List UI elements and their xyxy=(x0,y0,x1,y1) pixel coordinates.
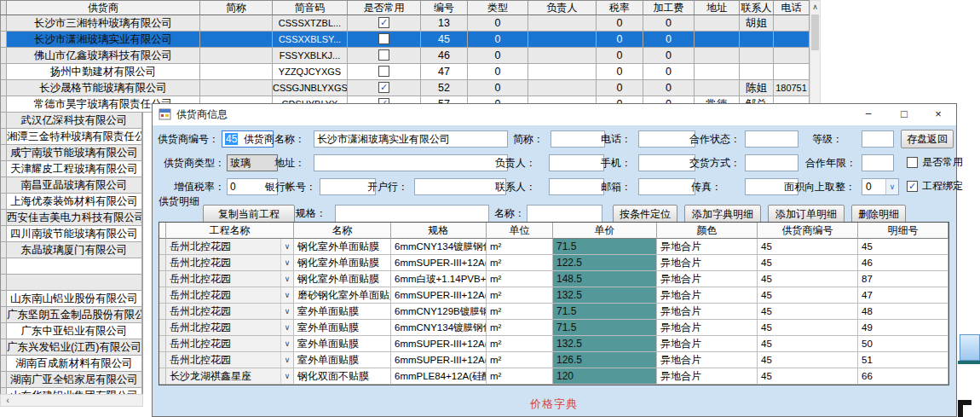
chevron-down-icon[interactable]: ∨ xyxy=(280,352,293,368)
col-header-color[interactable]: 颜色 xyxy=(657,223,758,239)
common-checkbox[interactable]: ✓ xyxy=(378,17,389,28)
col-header-abbr[interactable]: 简称 xyxy=(200,0,273,15)
supplier-list-row[interactable]: 广东中亚铝业有限公司 xyxy=(0,323,142,339)
supplier-list-row[interactable]: 西安佳吉美电力科技有限公司 xyxy=(0,210,142,226)
coop-status-input[interactable] xyxy=(745,130,798,148)
detail-row[interactable]: 岳州北控花园 ∨ 钢化室外单面贴膜 6mmSUPER-III+12A(硅... … xyxy=(159,255,948,271)
col-header-unit[interactable]: 单位 xyxy=(487,223,553,239)
common-checkbox[interactable] xyxy=(378,49,389,61)
detail-row[interactable]: 岳州北控花园 ∨ 磨砂钢化室外单面贴膜 6mmSUPER-III+12A(硅..… xyxy=(159,287,948,304)
project-combobox[interactable]: 岳州北控花园 ∨ xyxy=(166,287,294,304)
common-checkbox[interactable] xyxy=(378,33,389,44)
project-combobox[interactable]: 岳州北控花园 ∨ xyxy=(166,239,294,255)
supplier-name-input[interactable]: 长沙市潇湘玻璃实业有限公司 xyxy=(314,130,508,148)
save-return-button[interactable]: 存盘返回 xyxy=(901,130,954,148)
detail-row[interactable]: 岳州北控花园 ∨ 室外单面贴膜 6mmSUPER-III+12A(硅... m²… xyxy=(159,336,948,352)
chevron-down-icon[interactable]: ∨ xyxy=(280,304,293,319)
col-header-pinyin[interactable]: 简音码 xyxy=(273,0,348,15)
scrollbar-thumb[interactable] xyxy=(811,14,819,50)
chevron-down-icon[interactable]: ∨ xyxy=(885,179,898,194)
supplier-list-row[interactable]: 四川南玻节能玻璃有限公司 xyxy=(0,226,142,242)
col-header-id[interactable]: 编号 xyxy=(421,0,468,15)
supplier-list-row[interactable]: 湘潭三金特种玻璃有限责任公司 xyxy=(0,129,142,145)
supplier-row[interactable]: 扬州中勤建材有限公司 YZZQJCYXGS 47 0 0 0 xyxy=(0,64,810,80)
supplier-list-row[interactable]: 湖南广亚全铝家居有限公司 xyxy=(0,372,142,388)
detail-row[interactable]: 岳州北控花园 ∨ 室外单面贴膜 6mmCNY134镀膜钢化 m² 71.5 异地… xyxy=(159,320,948,336)
dialog-titlebar[interactable]: 供货商信息 – □ × xyxy=(153,104,956,125)
detail-row[interactable]: 岳州北控花园 ∨ 钢化室外单面贴膜 6mmCNY134镀膜钢化 m² 71.5 … xyxy=(159,239,948,255)
common-checkbox[interactable]: ✓ xyxy=(378,82,389,93)
chevron-down-icon[interactable]: ∨ xyxy=(280,336,293,351)
detail-row[interactable]: 岳州北控花园 ∨ 室外单面贴膜 6mmCNY129B镀膜钢化 m² 71.5 异… xyxy=(159,304,948,320)
add-order-detail-button[interactable]: 添加订单明细 xyxy=(768,205,845,223)
chevron-down-icon[interactable]: ∨ xyxy=(280,320,293,335)
col-header-price[interactable]: 单价 xyxy=(553,223,657,239)
col-header-phone[interactable]: 电话 xyxy=(774,0,810,15)
supplier-list-row[interactable] xyxy=(0,258,142,275)
supplier-list-row[interactable]: 广东坚朗五金制品股份有限公司 xyxy=(0,307,142,323)
supplier-list-row[interactable]: 武汉亿深科技有限公司 xyxy=(0,113,142,129)
delete-detail-button[interactable]: 删除明细 xyxy=(851,205,906,223)
supplier-list-row[interactable]: 湖南百成新材料有限公司 xyxy=(0,356,142,372)
common-checkbox[interactable] xyxy=(378,66,389,77)
project-bind-checkbox[interactable]: ✓ xyxy=(907,181,918,192)
supplier-list-row[interactable]: 咸宁南玻节能玻璃有限公司 xyxy=(0,145,142,161)
col-header-common[interactable]: 是否常用 xyxy=(348,0,421,15)
col-header-tax[interactable]: 税率 xyxy=(597,0,643,15)
spec-filter-input[interactable] xyxy=(335,205,489,223)
supplier-list-row[interactable] xyxy=(0,275,142,291)
project-combobox[interactable]: 岳州北控花园 ∨ xyxy=(166,255,294,271)
address-input[interactable] xyxy=(314,154,508,171)
col-header-supplier[interactable]: 供货商 xyxy=(7,0,200,15)
chevron-down-icon[interactable]: ∨ xyxy=(280,271,293,287)
minimize-icon[interactable]: – xyxy=(854,104,883,125)
supplier-list-row[interactable]: 东晶玻璃厦门有限公司 xyxy=(0,242,142,258)
project-combobox[interactable]: 岳州北控花园 ∨ xyxy=(166,336,294,352)
scroll-left-icon[interactable]: ‹ xyxy=(1,395,14,406)
add-dict-detail-button[interactable]: 添加字典明细 xyxy=(684,205,761,223)
col-header-contact[interactable]: 联系人 xyxy=(740,0,774,15)
col-header-spec[interactable]: 规格 xyxy=(391,223,487,239)
chevron-down-icon[interactable]: ∨ xyxy=(280,368,293,384)
col-header-fee[interactable]: 加工费 xyxy=(643,0,695,15)
project-combobox[interactable]: 岳州北控花园 ∨ xyxy=(166,320,294,336)
supplier-row[interactable]: 佛山市亿鑫玻璃科技有限公司 FSSYXBLKJ... 46 0 0 0 xyxy=(0,48,810,64)
supplier-list-row[interactable]: 南昌亚晶玻璃有限公司 xyxy=(0,177,142,194)
delivery-method-input[interactable] xyxy=(745,154,798,171)
col-header-project[interactable]: 工程名称 xyxy=(166,223,294,239)
is-common-checkbox[interactable] xyxy=(907,157,918,168)
col-header-manager[interactable]: 负责人 xyxy=(528,0,597,15)
chevron-down-icon[interactable]: ∨ xyxy=(280,287,293,303)
grid-vertical-scrollbar[interactable]: ∧ xyxy=(810,0,821,113)
supplier-row[interactable]: 长沙市三湘特种玻璃有限公司 CSSSXTZBL... ✓ 13 0 0 0 胡姐 xyxy=(0,15,810,32)
coop-years-input[interactable] xyxy=(862,154,894,171)
grade-input[interactable] xyxy=(862,130,894,148)
col-header-detail-id[interactable]: 明细号 xyxy=(858,223,948,239)
chevron-down-icon[interactable]: ∨ xyxy=(280,255,293,270)
locate-by-condition-button[interactable]: 按条件定位 xyxy=(613,205,677,223)
detail-row[interactable]: 长沙龙湖祺鑫星座 ∨ 钢化双面不贴膜 6mmPLE84+12A(硅酮胶... m… xyxy=(159,368,948,385)
scroll-up-icon[interactable]: ∧ xyxy=(810,1,820,14)
supplier-list-row[interactable]: 山东南山铝业股份有限公司 xyxy=(0,291,142,307)
chevron-down-icon[interactable]: ∨ xyxy=(280,239,293,254)
area-round-up-select[interactable]: 0 ∨ xyxy=(862,178,899,195)
maximize-icon[interactable]: □ xyxy=(890,104,919,125)
supplier-list-row[interactable]: 天津耀皮工程玻璃有限公司 xyxy=(0,161,142,177)
col-header-supplier-id[interactable]: 供货商编号 xyxy=(758,223,858,239)
supplier-row[interactable]: 长沙市潇湘玻璃实业有限公司 CSSXXBLSY... 45 0 0 0 xyxy=(0,32,810,48)
detail-row[interactable]: 岳州北控花园 ∨ 室外单面贴膜 6mmSUPER-III+12A(硅... m²… xyxy=(159,352,948,368)
col-header-address[interactable]: 地址 xyxy=(695,0,740,15)
copy-project-button[interactable]: 复制当前工程 xyxy=(203,205,295,223)
name-filter-input[interactable] xyxy=(527,205,602,223)
project-combobox[interactable]: 岳州北控花园 ∨ xyxy=(166,352,294,368)
supplier-list-row[interactable]: 山东华建铝业集团有限公司 xyxy=(0,388,142,394)
detail-row[interactable]: 岳州北控花园 ∨ 钢化室外单面贴膜 6mm白玻+1.14PVB+6mm... m… xyxy=(159,271,948,287)
supplier-list-row[interactable]: 广东兴发铝业(江西)有限公司 xyxy=(0,339,142,356)
close-icon[interactable]: × xyxy=(924,104,953,125)
col-header-name[interactable]: 名称 xyxy=(294,223,391,239)
project-combobox[interactable]: 岳州北控花园 ∨ xyxy=(166,304,294,320)
list-horizontal-scrollbar[interactable]: ‹ xyxy=(0,394,143,407)
col-header-type[interactable]: 类型 xyxy=(468,0,528,15)
supplier-row[interactable]: 长沙晟格节能玻璃有限公司 CSSGJNBLYXGS ✓ 52 0 0 0 陈姐 … xyxy=(0,80,810,96)
project-combobox[interactable]: 长沙龙湖祺鑫星座 ∨ xyxy=(166,368,294,385)
